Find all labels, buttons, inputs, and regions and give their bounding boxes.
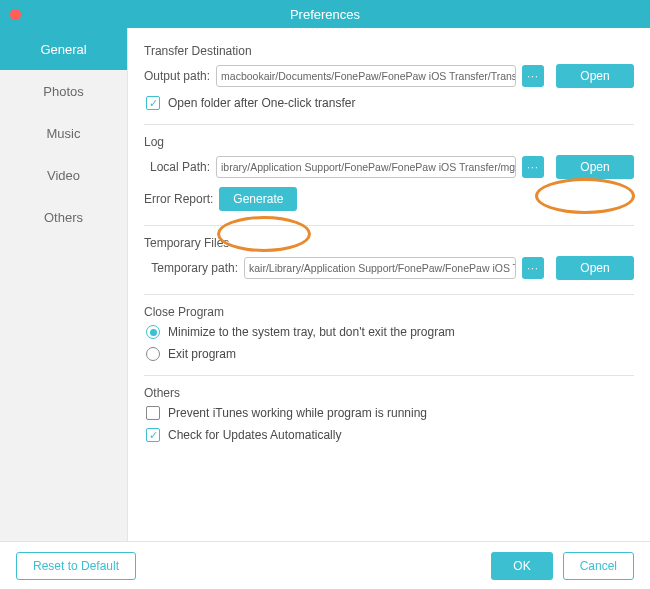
divider (144, 225, 634, 226)
titlebar: Preferences (0, 0, 650, 28)
cancel-button-label: Cancel (580, 559, 617, 573)
local-path-browse-button[interactable]: ··· (522, 156, 544, 178)
sidebar-item-video[interactable]: Video (0, 154, 127, 196)
cancel-button[interactable]: Cancel (563, 552, 634, 580)
sidebar-item-label: Photos (43, 84, 83, 99)
ellipsis-icon: ··· (527, 71, 538, 82)
generate-button[interactable]: Generate (219, 187, 297, 211)
ok-button-label: OK (513, 559, 530, 573)
local-path-value: ibrary/Application Support/FonePaw/FoneP… (221, 161, 516, 173)
error-report-label: Error Report: (144, 192, 219, 206)
prevent-itunes-checkbox[interactable]: ✓ (146, 406, 160, 420)
output-path-input[interactable]: macbookair/Documents/FonePaw/FonePaw iOS… (216, 65, 516, 87)
exit-radio[interactable] (146, 347, 160, 361)
check-updates-label: Check for Updates Automatically (168, 428, 341, 442)
output-path-value: macbookair/Documents/FonePaw/FonePaw iOS… (221, 70, 516, 82)
sidebar-item-label: Music (47, 126, 81, 141)
divider (144, 375, 634, 376)
log-open-button[interactable]: Open (556, 155, 634, 179)
output-path-browse-button[interactable]: ··· (522, 65, 544, 87)
sidebar-item-photos[interactable]: Photos (0, 70, 127, 112)
reset-to-default-button[interactable]: Reset to Default (16, 552, 136, 580)
section-title-others: Others (144, 386, 634, 400)
temp-open-button[interactable]: Open (556, 256, 634, 280)
open-folder-checkbox[interactable]: ✓ (146, 96, 160, 110)
open-button-label: Open (580, 69, 609, 83)
output-path-open-button[interactable]: Open (556, 64, 634, 88)
temp-path-value: kair/Library/Application Support/FonePaw… (249, 262, 516, 274)
content-pane: Transfer Destination Output path: macboo… (128, 28, 650, 541)
ellipsis-icon: ··· (527, 263, 538, 274)
sidebar-item-others[interactable]: Others (0, 196, 127, 238)
window-title: Preferences (0, 7, 650, 22)
sidebar-item-label: Others (44, 210, 83, 225)
minimize-radio-label: Minimize to the system tray, but don't e… (168, 325, 455, 339)
open-button-label: Open (580, 261, 609, 275)
open-button-label: Open (580, 160, 609, 174)
footer: Reset to Default OK Cancel (0, 541, 650, 589)
section-title-transfer: Transfer Destination (144, 44, 634, 58)
local-path-label: Local Path: (144, 160, 216, 174)
minimize-radio[interactable] (146, 325, 160, 339)
local-path-input[interactable]: ibrary/Application Support/FonePaw/FoneP… (216, 156, 516, 178)
sidebar: General Photos Music Video Others (0, 28, 128, 541)
section-title-close: Close Program (144, 305, 634, 319)
section-title-temp: Temporary Files (144, 236, 634, 250)
sidebar-item-general[interactable]: General (0, 28, 127, 70)
temp-path-input[interactable]: kair/Library/Application Support/FonePaw… (244, 257, 516, 279)
divider (144, 124, 634, 125)
section-title-log: Log (144, 135, 634, 149)
exit-radio-label: Exit program (168, 347, 236, 361)
body: General Photos Music Video Others Transf… (0, 28, 650, 541)
check-updates-checkbox[interactable]: ✓ (146, 428, 160, 442)
prevent-itunes-label: Prevent iTunes working while program is … (168, 406, 427, 420)
sidebar-item-music[interactable]: Music (0, 112, 127, 154)
open-folder-checkbox-label: Open folder after One-click transfer (168, 96, 355, 110)
sidebar-item-label: General (40, 42, 86, 57)
output-path-label: Output path: (144, 69, 216, 83)
temp-path-label: Temporary path: (144, 261, 244, 275)
ok-button[interactable]: OK (491, 552, 552, 580)
temp-path-browse-button[interactable]: ··· (522, 257, 544, 279)
preferences-window: Preferences General Photos Music Video O… (0, 0, 650, 589)
generate-button-label: Generate (233, 192, 283, 206)
sidebar-item-label: Video (47, 168, 80, 183)
divider (144, 294, 634, 295)
ellipsis-icon: ··· (527, 162, 538, 173)
reset-button-label: Reset to Default (33, 559, 119, 573)
